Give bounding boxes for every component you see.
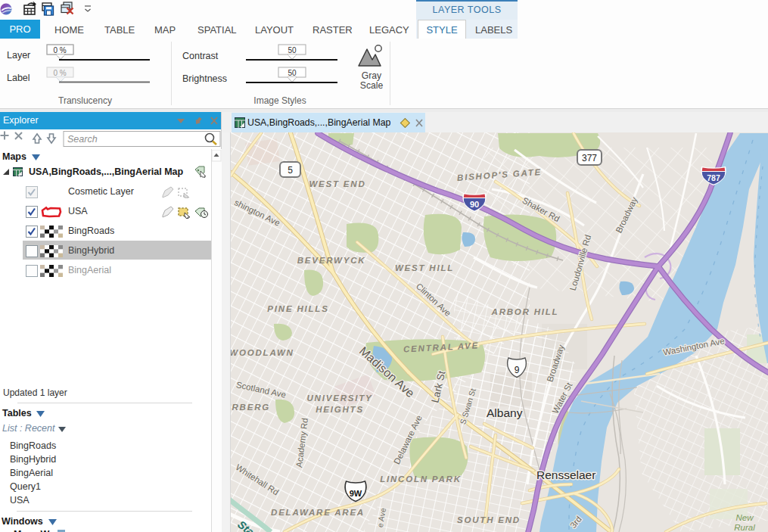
svg-text:9: 9 xyxy=(515,365,520,375)
svg-text:UNIVERSITY: UNIVERSITY xyxy=(306,394,372,403)
svg-text:HEIGHTS: HEIGHTS xyxy=(316,405,364,414)
svg-text:0 %: 0 % xyxy=(53,46,66,54)
svg-text:5: 5 xyxy=(288,165,293,176)
svg-text:PINE HILLS: PINE HILLS xyxy=(267,304,328,313)
svg-text:Rural: Rural xyxy=(734,523,755,532)
svg-text:90: 90 xyxy=(470,200,479,209)
svg-text:ARBOR HILL: ARBOR HILL xyxy=(491,307,559,316)
svg-text:WEST END: WEST END xyxy=(309,179,365,188)
svg-text:50: 50 xyxy=(288,46,297,54)
svg-text:WEST HILL: WEST HILL xyxy=(395,263,454,272)
svg-text:377: 377 xyxy=(582,153,597,163)
svg-text:Rensselaer: Rensselaer xyxy=(536,468,595,481)
svg-text:50: 50 xyxy=(288,69,297,77)
svg-text:0 %: 0 % xyxy=(53,69,66,77)
svg-text:Albany: Albany xyxy=(487,406,523,419)
svg-text:787: 787 xyxy=(707,173,720,182)
svg-text:ERBERG: ERBERG xyxy=(231,403,270,412)
svg-text:DELAWARE AREA: DELAWARE AREA xyxy=(271,508,365,517)
svg-text:LINCOLN PARK: LINCOLN PARK xyxy=(380,474,462,484)
svg-text:Search: Search xyxy=(67,134,98,145)
svg-text:New: New xyxy=(735,513,754,522)
svg-text:SOUTH END: SOUTH END xyxy=(457,515,521,524)
svg-text:WOODLAWN: WOODLAWN xyxy=(231,348,294,357)
svg-text:BEVERWYCK: BEVERWYCK xyxy=(297,256,366,265)
svg-text:9W: 9W xyxy=(350,489,362,498)
